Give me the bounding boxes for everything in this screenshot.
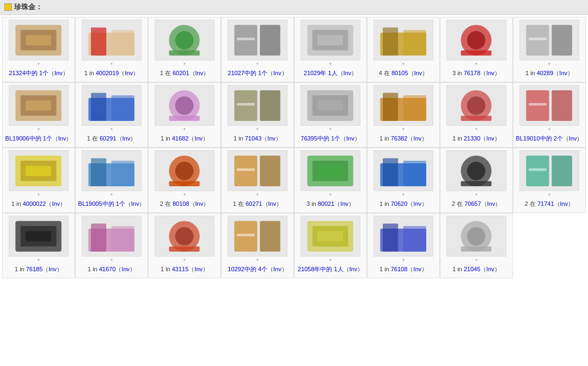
item-inv-link[interactable]: Inv: [131, 200, 139, 207]
item-set-link[interactable]: 60291: [100, 135, 117, 142]
item-inv-link[interactable]: Inv: [195, 70, 204, 76]
item-set-link[interactable]: 4000022: [23, 200, 46, 207]
svg-rect-44: [461, 115, 492, 120]
item-info: 1 in 40289（Inv）: [525, 69, 573, 77]
svg-rect-35: [237, 103, 255, 106]
item-paren-close: ）: [203, 266, 209, 272]
item-info: BL19005中的 1个（Inv）: [78, 200, 145, 208]
item-inv-link[interactable]: Inv: [560, 200, 568, 207]
item-image: [9, 85, 69, 126]
item-star: *: [329, 192, 332, 199]
svg-rect-28: [91, 93, 106, 121]
svg-rect-29: [112, 95, 134, 121]
item-count: 1 in: [452, 135, 464, 142]
item-count: 1 in: [161, 266, 172, 272]
item-set-link[interactable]: 80021: [318, 200, 335, 207]
item-inv-link[interactable]: Inv: [340, 200, 348, 207]
item-set-link[interactable]: 80105: [391, 70, 408, 76]
item-inv-link[interactable]: Inv: [486, 70, 494, 76]
item-set-link[interactable]: 21027中的 1个: [228, 70, 267, 76]
item-paren-open: （: [480, 135, 486, 142]
item-inv-link[interactable]: Inv: [194, 266, 203, 272]
item-inv-link[interactable]: Inv: [48, 266, 57, 272]
svg-rect-40: [383, 93, 398, 121]
svg-rect-92: [461, 246, 492, 251]
item-image: [155, 20, 215, 60]
item-set-link[interactable]: 41670: [99, 266, 116, 272]
item-inv-link[interactable]: Inv: [273, 70, 281, 76]
svg-rect-2: [26, 35, 52, 45]
item-set-link[interactable]: 21029年 1人: [304, 70, 338, 76]
item-paren-close: ）: [421, 266, 427, 272]
item-cell: *21324中的 1个（Inv）: [2, 17, 75, 82]
item-set-link[interactable]: BL19006中的 1个: [5, 135, 52, 142]
item-paren-open: （: [125, 200, 131, 207]
item-set-link[interactable]: 70620: [391, 200, 408, 207]
item-inv-link[interactable]: Inv: [54, 70, 63, 76]
item-paren-close: ）: [203, 70, 209, 76]
svg-rect-14: [318, 35, 344, 45]
svg-rect-74: [26, 231, 52, 241]
item-info: 2 在 71741（Inv）: [525, 200, 574, 208]
item-set-link[interactable]: 21324中的 1个: [9, 70, 48, 76]
item-star: *: [111, 62, 113, 68]
item-paren-open: （: [117, 135, 122, 142]
item-count: 4 在: [379, 70, 391, 76]
item-set-link[interactable]: 71043: [245, 135, 262, 142]
item-inv-link[interactable]: Inv: [122, 135, 131, 142]
item-paren-close: ）: [422, 70, 428, 76]
item-set-link[interactable]: BL19010中的 2个: [516, 135, 563, 142]
item-set-link[interactable]: 21330: [464, 135, 481, 142]
item-inv-link[interactable]: Inv: [559, 70, 567, 76]
item-inv-link[interactable]: Inv: [195, 200, 204, 207]
item-inv-link[interactable]: Inv: [413, 200, 421, 207]
svg-point-7: [175, 31, 194, 50]
item-set-link[interactable]: 10292中的 4个: [228, 266, 267, 272]
item-inv-link[interactable]: Inv: [486, 266, 494, 272]
svg-rect-82: [260, 221, 281, 251]
item-inv-link[interactable]: Inv: [121, 266, 130, 272]
item-inv-link[interactable]: Inv: [273, 266, 281, 272]
item-inv-link[interactable]: Inv: [350, 266, 358, 272]
item-set-link[interactable]: 43115: [172, 266, 189, 272]
svg-rect-70: [552, 155, 573, 186]
item-set-link[interactable]: 80108: [173, 200, 189, 207]
item-set-link[interactable]: 21058年中的 1人: [298, 266, 344, 272]
item-count: 2 在: [525, 200, 537, 207]
item-inv-link[interactable]: Inv: [267, 135, 275, 142]
item-inv-link[interactable]: Inv: [413, 135, 421, 142]
item-inv-link[interactable]: Inv: [268, 200, 277, 207]
item-set-link[interactable]: 76185: [26, 266, 43, 272]
svg-rect-38: [318, 100, 344, 111]
item-set-link[interactable]: BL19005中的 1个: [78, 200, 125, 207]
item-set-link[interactable]: 76395中的 1个: [301, 135, 340, 142]
item-inv-link[interactable]: Inv: [569, 135, 577, 142]
item-paren-close: ）: [494, 266, 500, 272]
item-inv-link[interactable]: Inv: [58, 135, 66, 142]
item-paren-close: ）: [139, 200, 145, 207]
item-inv-link[interactable]: Inv: [487, 200, 495, 207]
item-inv-link[interactable]: Inv: [194, 135, 203, 142]
item-inv-link[interactable]: Inv: [413, 266, 421, 272]
item-set-link[interactable]: 4002019: [96, 70, 119, 76]
item-set-link[interactable]: 60271: [246, 200, 262, 207]
item-set-link[interactable]: 76108: [391, 266, 408, 272]
item-set-link[interactable]: 40289: [537, 70, 554, 76]
item-set-link[interactable]: 76178: [464, 70, 481, 76]
item-inv-link[interactable]: Inv: [346, 135, 354, 142]
item-set-link[interactable]: 70657: [464, 200, 481, 207]
item-inv-link[interactable]: Inv: [125, 70, 133, 76]
item-set-link[interactable]: 76382: [391, 135, 408, 142]
item-info: 1 in 41682（Inv）: [161, 135, 209, 143]
item-inv-link[interactable]: Inv: [344, 70, 352, 76]
item-inv-link[interactable]: Inv: [52, 200, 60, 207]
item-info: 1 in 76382（Inv）: [379, 135, 427, 143]
item-set-link[interactable]: 71741: [537, 200, 554, 207]
item-set-link[interactable]: 60201: [173, 70, 189, 76]
item-inv-link[interactable]: Inv: [486, 135, 494, 142]
svg-point-19: [467, 31, 486, 50]
svg-point-55: [175, 162, 194, 180]
item-inv-link[interactable]: Inv: [414, 70, 422, 76]
item-set-link[interactable]: 41682: [172, 135, 189, 142]
item-set-link[interactable]: 21045: [464, 266, 481, 272]
